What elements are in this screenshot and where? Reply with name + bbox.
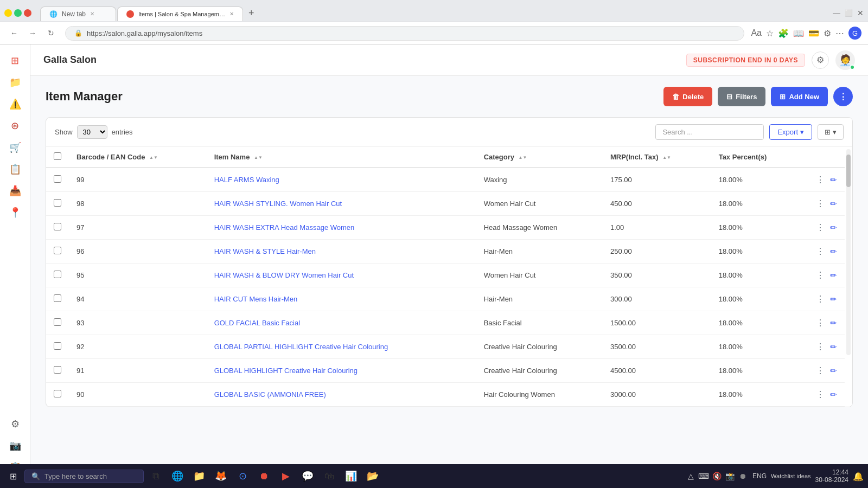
subscription-badge[interactable]: SUBSCRIPTION END IN 0 DAYS xyxy=(686,54,805,67)
sidebar-item-settings[interactable]: ⚙ xyxy=(5,414,25,434)
row-checkbox[interactable] xyxy=(54,294,61,302)
item-name-sort-icon[interactable]: ▲▼ xyxy=(254,155,263,160)
entries-select[interactable]: 30 10 25 50 100 xyxy=(77,125,107,139)
start-button[interactable]: ⊞ xyxy=(4,468,22,485)
address-bar[interactable]: 🔒 https://salon.galla.app/mysalon/items xyxy=(65,26,744,41)
reading-icon[interactable]: 📖 xyxy=(793,28,804,38)
row-checkbox[interactable] xyxy=(54,318,61,326)
row-edit-icon[interactable]: ✏ xyxy=(830,342,837,352)
tab-new[interactable]: 🌐 New tab ✕ xyxy=(40,7,116,21)
forward-button[interactable]: → xyxy=(25,25,40,41)
taskbar-task-view[interactable]: ⧉ xyxy=(146,466,165,486)
item-name-link[interactable]: HAIR WASH EXTRA Head Massage Women xyxy=(214,223,355,232)
row-edit-icon[interactable]: ✏ xyxy=(830,247,837,256)
item-name-link[interactable]: GOLD FACIAL Basic Facial xyxy=(214,319,300,327)
window-close-btn[interactable]: ✕ xyxy=(857,9,864,17)
barcode-sort-icon[interactable]: ▲▼ xyxy=(149,155,158,160)
sidebar-item-reports[interactable]: 📋 xyxy=(5,159,25,179)
row-more-icon[interactable]: ⋮ xyxy=(815,317,826,329)
sidebar-item-shop[interactable]: 🛒 xyxy=(5,138,25,157)
extension-icon[interactable]: 🧩 xyxy=(778,28,789,38)
row-more-icon[interactable]: ⋮ xyxy=(815,293,826,305)
taskbar-edge-icon[interactable]: 🌐 xyxy=(168,466,187,486)
row-edit-icon[interactable]: ✏ xyxy=(830,271,837,280)
sidebar-item-folder[interactable]: 📁 xyxy=(5,73,25,92)
item-name-link[interactable]: HAIR WASH & BLOW DRY Women Hair Cut xyxy=(214,271,354,279)
wallet-icon[interactable]: 💳 xyxy=(808,28,819,38)
taskbar-skype-icon[interactable]: 💬 xyxy=(298,466,317,486)
row-edit-icon[interactable]: ✏ xyxy=(830,175,837,185)
taskbar-explorer-icon[interactable]: 📂 xyxy=(363,466,382,486)
mrp-sort-icon[interactable]: ▲▼ xyxy=(662,155,671,160)
settings-icon[interactable]: ⚙ xyxy=(824,28,831,38)
tray-notification-icon[interactable]: 🔔 xyxy=(853,471,864,481)
taskbar-chrome-icon[interactable]: ⊙ xyxy=(233,466,252,486)
window-minimize-btn[interactable]: — xyxy=(833,9,840,17)
item-name-link[interactable]: GLOBAL PARTIAL HIGHLIGHT Creative Hair C… xyxy=(214,343,388,351)
row-more-icon[interactable]: ⋮ xyxy=(815,174,826,186)
item-name-link[interactable]: HAIR WASH & STYLE Hair-Men xyxy=(214,247,316,255)
row-edit-icon[interactable]: ✏ xyxy=(830,294,837,304)
sidebar-item-download[interactable]: 📥 xyxy=(5,181,25,201)
export-button[interactable]: Export ▾ xyxy=(769,124,812,140)
row-checkbox[interactable] xyxy=(54,366,61,374)
add-new-button[interactable]: ⊞ Add New xyxy=(771,87,828,106)
taskbar-store-icon[interactable]: 🛍 xyxy=(320,466,339,486)
row-more-icon[interactable]: ⋮ xyxy=(815,364,826,377)
taskbar-firefox-icon[interactable]: 🦊 xyxy=(211,466,231,486)
tray-record2-icon[interactable]: ⏺ xyxy=(737,471,748,481)
item-name-link[interactable]: HAIR CUT Mens Hair-Men xyxy=(214,295,298,303)
item-name-link[interactable]: HALF ARMS Waxing xyxy=(214,176,279,184)
delete-button[interactable]: 🗑 Delete xyxy=(663,87,712,106)
profile-icon[interactable]: G xyxy=(848,27,861,40)
tray-up-icon[interactable]: △ xyxy=(685,471,696,481)
scrollbar[interactable] xyxy=(845,147,852,407)
star-icon[interactable]: ☆ xyxy=(766,28,774,38)
search-input[interactable] xyxy=(655,124,764,140)
row-checkbox[interactable] xyxy=(54,247,61,254)
more-button[interactable]: ⋮ xyxy=(833,87,853,106)
row-checkbox[interactable] xyxy=(54,271,61,278)
row-more-icon[interactable]: ⋮ xyxy=(815,221,826,234)
item-name-link[interactable]: GLOBAL BASIC (AMMONIA FREE) xyxy=(214,390,326,399)
taskbar-record-icon[interactable]: ⏺ xyxy=(254,466,274,486)
item-name-link[interactable]: GLOBAL HIGHLIGHT Creative Hair Colouring xyxy=(214,367,358,375)
sidebar-item-dashboard[interactable]: ⊞ xyxy=(5,51,25,70)
row-more-icon[interactable]: ⋮ xyxy=(815,245,826,258)
translate-icon[interactable]: Aa xyxy=(751,28,762,38)
sidebar-item-alert[interactable]: ⚠️ xyxy=(5,94,25,114)
row-more-icon[interactable]: ⋮ xyxy=(815,269,826,281)
tray-greenshot-icon[interactable]: 📸 xyxy=(724,471,735,481)
refresh-button[interactable]: ↻ xyxy=(43,25,59,41)
row-checkbox[interactable] xyxy=(54,223,61,230)
sidebar-item-analytics[interactable]: ⊛ xyxy=(5,116,25,136)
row-edit-icon[interactable]: ✏ xyxy=(830,199,837,209)
category-sort-icon[interactable]: ▲▼ xyxy=(519,155,527,160)
sidebar-item-location[interactable]: 📍 xyxy=(5,203,25,222)
item-name-link[interactable]: HAIR WASH STYLING. Women Hair Cut xyxy=(214,200,342,208)
row-checkbox[interactable] xyxy=(54,342,61,350)
close-button[interactable] xyxy=(24,9,31,17)
row-more-icon[interactable]: ⋮ xyxy=(815,197,826,210)
avatar[interactable]: 🧑‍💼 xyxy=(835,50,855,70)
row-edit-icon[interactable]: ✏ xyxy=(830,366,837,376)
tray-keyboard-icon[interactable]: ⌨ xyxy=(698,471,709,481)
taskbar-file-icon[interactable]: 📁 xyxy=(189,466,209,486)
taskbar-search[interactable]: 🔍 Type here to search xyxy=(24,470,144,483)
minimize-button[interactable] xyxy=(4,9,12,17)
settings-button[interactable]: ⚙ xyxy=(812,52,829,69)
tab-salon[interactable]: Items | Salon & Spa Managemen... ✕ xyxy=(117,7,243,21)
select-all-checkbox[interactable] xyxy=(54,152,61,160)
back-button[interactable]: ← xyxy=(7,25,22,41)
tab-close-icon[interactable]: ✕ xyxy=(90,11,94,17)
tab-close-active-icon[interactable]: ✕ xyxy=(229,11,234,17)
row-edit-icon[interactable]: ✏ xyxy=(830,318,837,328)
row-checkbox[interactable] xyxy=(54,175,61,183)
window-restore-btn[interactable]: ⬜ xyxy=(845,9,853,17)
language-indicator[interactable]: ENG xyxy=(752,472,767,480)
row-more-icon[interactable]: ⋮ xyxy=(815,388,826,401)
tray-volume-icon[interactable]: 🔇 xyxy=(711,471,722,481)
row-checkbox[interactable] xyxy=(54,390,61,397)
row-edit-icon[interactable]: ✏ xyxy=(830,223,837,233)
more-icon[interactable]: ⋯ xyxy=(835,28,844,38)
